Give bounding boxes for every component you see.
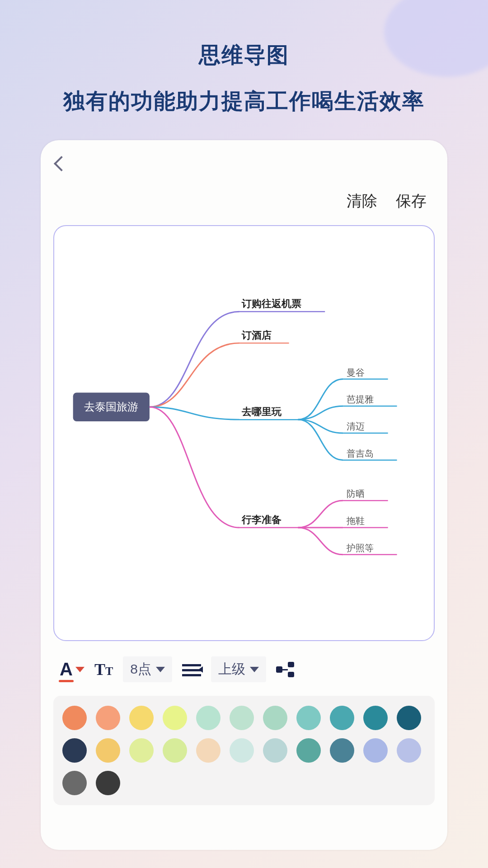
format-toolbar: A TT 8点 上级: [53, 641, 435, 682]
child-label[interactable]: 拖鞋: [346, 516, 365, 526]
nodes-icon: [276, 662, 294, 677]
child-label[interactable]: 清迈: [347, 421, 365, 431]
font-size-value: 8点: [130, 660, 151, 679]
mindmap-canvas[interactable]: 去泰国旅游 订购往返机票 订酒店 去哪里玩 曼谷 芭提雅 清迈: [53, 225, 435, 641]
color-swatch[interactable]: [62, 771, 87, 795]
align-button[interactable]: [182, 662, 201, 677]
color-swatch[interactable]: [330, 738, 354, 763]
color-swatch[interactable]: [330, 706, 354, 730]
color-swatch[interactable]: [62, 706, 87, 730]
child-label[interactable]: 曼谷: [347, 368, 365, 377]
mindmap-svg: 去泰国旅游 订购往返机票 订酒店 去哪里玩 曼谷 芭提雅 清迈: [54, 226, 434, 640]
color-swatch[interactable]: [397, 738, 421, 763]
child-line: [298, 500, 343, 528]
child-label[interactable]: 普吉岛: [347, 448, 374, 458]
child-label[interactable]: 芭提雅: [347, 394, 374, 404]
branch-label[interactable]: 去哪里玩: [241, 406, 282, 417]
color-swatch[interactable]: [363, 706, 388, 730]
color-swatch[interactable]: [230, 738, 254, 763]
color-swatch[interactable]: [196, 706, 221, 730]
chevron-down-icon: [156, 667, 165, 672]
child-label[interactable]: 护照等: [346, 543, 374, 553]
text-color-button[interactable]: A: [60, 659, 84, 679]
color-palette: [53, 696, 435, 805]
chevron-down-icon: [250, 667, 259, 672]
save-button[interactable]: 保存: [396, 192, 427, 209]
color-swatch[interactable]: [363, 738, 388, 763]
child-line: [298, 528, 343, 555]
branch-line: [150, 407, 239, 528]
text-size-icon: TT: [94, 660, 113, 679]
back-icon[interactable]: [54, 156, 69, 171]
child-label[interactable]: 防晒: [347, 489, 365, 499]
text-color-icon: A: [60, 659, 73, 679]
color-swatch[interactable]: [296, 706, 321, 730]
color-swatch[interactable]: [296, 738, 321, 763]
level-select[interactable]: 上级: [211, 656, 266, 682]
branch-label[interactable]: 订酒店: [241, 330, 272, 341]
align-icon: [182, 662, 201, 677]
color-swatch[interactable]: [163, 706, 187, 730]
branch-line: [150, 311, 239, 407]
level-value: 上级: [218, 660, 245, 679]
color-swatch[interactable]: [196, 738, 221, 763]
color-swatch[interactable]: [129, 738, 154, 763]
nav-bar: [53, 158, 435, 180]
color-swatch[interactable]: [96, 706, 120, 730]
color-swatch[interactable]: [62, 738, 87, 763]
add-node-button[interactable]: [276, 662, 294, 677]
color-swatch[interactable]: [129, 706, 154, 730]
app-screen: 清除 保存 去泰国旅游 订购往返机票 订酒店 去哪里玩 曼谷 芭: [41, 140, 447, 850]
color-swatch[interactable]: [397, 706, 421, 730]
branch-line: [150, 407, 239, 420]
branch-label[interactable]: 行李准备: [241, 514, 282, 525]
font-size-select[interactable]: 8点: [123, 656, 172, 682]
clear-button[interactable]: 清除: [347, 192, 377, 209]
color-swatch[interactable]: [163, 738, 187, 763]
color-swatch[interactable]: [230, 706, 254, 730]
color-swatch[interactable]: [263, 738, 287, 763]
color-swatch[interactable]: [96, 771, 120, 795]
color-swatch[interactable]: [263, 706, 287, 730]
headline-line2: 独有的功能助力提高工作喝生活效率: [0, 87, 488, 116]
text-size-button[interactable]: TT: [94, 660, 113, 679]
action-row: 清除 保存: [53, 180, 435, 225]
chevron-down-icon: [75, 667, 84, 672]
branch-label[interactable]: 订购往返机票: [241, 298, 301, 309]
root-label: 去泰国旅游: [84, 401, 138, 413]
color-swatch[interactable]: [96, 738, 120, 763]
